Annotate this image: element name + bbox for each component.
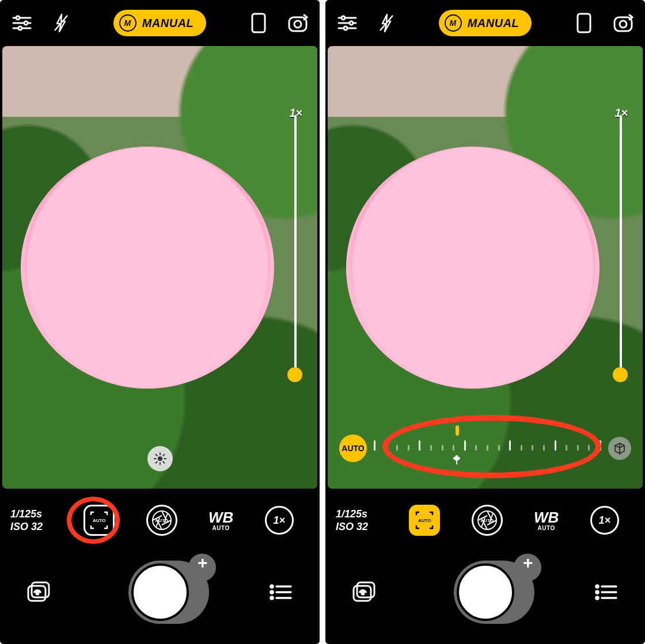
exposure-controls-row: 1/125s ISO 32 AUTO AUTO WB AUTO (325, 489, 645, 552)
svg-point-26 (271, 591, 273, 593)
top-toolbar: M MANUAL (325, 0, 645, 46)
zoom-control[interactable]: 1× (590, 506, 619, 535)
mode-button[interactable]: M MANUAL (113, 10, 207, 36)
aperture-control-label: AUTO (480, 518, 494, 523)
svg-line-18 (163, 455, 164, 456)
focus-control[interactable]: AUTO (84, 505, 115, 536)
focus-control-label: AUTO (92, 518, 107, 523)
macro-tulip-icon (451, 454, 462, 466)
svg-point-10 (158, 456, 162, 461)
zoom-slider-rail[interactable] (294, 115, 297, 374)
zoom-control-label: 1× (273, 515, 285, 527)
focus-control-label: AUTO (417, 518, 432, 523)
phone-right: M MANUAL 1× AUTO (325, 0, 645, 644)
menu-list-button[interactable] (590, 576, 622, 608)
viewfinder[interactable]: 1× (2, 46, 317, 489)
zoom-control-label: 1× (598, 515, 610, 527)
flash-off-icon[interactable] (50, 12, 73, 35)
mode-button[interactable]: M MANUAL (439, 10, 532, 36)
shutter-group: + (442, 558, 529, 627)
zoom-slider-handle[interactable] (287, 367, 302, 382)
zoom-slider-handle[interactable] (613, 367, 628, 382)
live-preview (2, 46, 317, 489)
focus-auto-chip[interactable]: AUTO (339, 435, 367, 462)
svg-point-24 (271, 585, 273, 588)
svg-point-23 (36, 592, 39, 595)
aspect-ratio-icon[interactable] (247, 12, 270, 35)
focus-slider-panel: AUTO (339, 431, 631, 466)
iso-value: ISO 32 (336, 520, 388, 534)
svg-line-17 (155, 462, 157, 463)
wb-sublabel: AUTO (538, 525, 555, 531)
mode-badge: M (445, 14, 462, 32)
svg-point-39 (620, 21, 627, 28)
zoom-control[interactable]: 1× (265, 506, 294, 535)
svg-point-5 (18, 26, 22, 30)
zoom-slider-rail[interactable] (620, 115, 622, 374)
white-balance-control[interactable]: WB AUTO (534, 510, 559, 531)
svg-point-9 (294, 21, 301, 28)
settings-sliders-icon[interactable] (10, 12, 33, 35)
svg-point-45 (362, 592, 364, 595)
svg-line-16 (163, 462, 164, 463)
camera-switch-icon[interactable] (612, 12, 635, 35)
aspect-ratio-icon[interactable] (572, 12, 595, 35)
svg-rect-40 (456, 460, 457, 464)
shutter-speed-value: 1/125s (10, 508, 62, 521)
gallery-button[interactable] (348, 576, 381, 608)
shutter-plus-icon[interactable]: + (523, 553, 533, 573)
svg-point-50 (596, 597, 598, 599)
settings-sliders-icon[interactable] (336, 12, 359, 35)
svg-point-35 (344, 26, 347, 30)
exposure-readout: 1/125s ISO 32 (10, 508, 62, 534)
white-balance-control[interactable]: WB AUTO (208, 510, 233, 531)
wb-sublabel: AUTO (213, 525, 230, 531)
iso-value: ISO 32 (10, 520, 62, 534)
live-preview (328, 46, 643, 489)
brightness-button[interactable] (147, 446, 173, 471)
top-toolbar: M MANUAL (0, 0, 320, 46)
shutter-bar: + (0, 552, 320, 644)
svg-point-3 (24, 21, 28, 25)
aperture-control[interactable]: AUTO (146, 505, 177, 536)
mode-badge: M (119, 14, 136, 32)
svg-rect-7 (252, 14, 265, 32)
svg-point-1 (16, 16, 20, 20)
aperture-control-label: AUTO (155, 518, 168, 523)
svg-point-28 (271, 597, 273, 599)
aperture-control[interactable]: AUTO (472, 505, 503, 536)
phone-left: M MANUAL 1× (0, 0, 320, 644)
svg-line-15 (155, 455, 157, 456)
wb-label: WB (534, 510, 559, 525)
svg-point-31 (342, 16, 345, 20)
flash-off-icon[interactable] (375, 12, 398, 35)
shutter-group: + (117, 558, 203, 627)
exposure-readout: 1/125s ISO 32 (336, 508, 388, 534)
shutter-bar: + (325, 552, 645, 644)
camera-switch-icon[interactable] (286, 12, 309, 35)
svg-rect-37 (578, 14, 590, 32)
exposure-controls-row: 1/125s ISO 32 AUTO AUTO WB AUTO (0, 489, 320, 552)
shutter-button[interactable] (131, 563, 189, 621)
mode-label: MANUAL (142, 17, 194, 30)
svg-point-46 (596, 585, 598, 588)
svg-point-33 (350, 21, 353, 25)
shutter-speed-value: 1/125s (336, 508, 388, 521)
focus-slider[interactable] (374, 431, 601, 466)
viewfinder[interactable]: 1× AUTO (328, 46, 643, 489)
mode-label: MANUAL (468, 17, 519, 30)
focus-slider-marker[interactable] (456, 425, 459, 436)
gallery-button[interactable] (23, 576, 55, 608)
focus-slider-ticks (374, 440, 601, 451)
focus-peaking-button[interactable] (608, 437, 631, 460)
svg-point-48 (596, 591, 598, 593)
shutter-button[interactable] (457, 563, 514, 621)
focus-control[interactable]: AUTO (409, 505, 440, 536)
wb-label: WB (208, 510, 233, 525)
shutter-plus-icon[interactable]: + (198, 553, 208, 573)
menu-list-button[interactable] (264, 576, 297, 608)
